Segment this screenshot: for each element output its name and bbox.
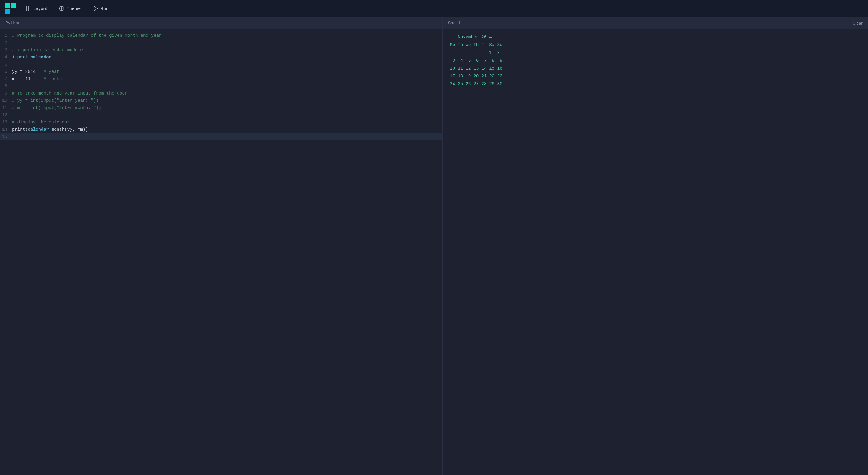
line-number-15: 15 bbox=[0, 133, 12, 140]
code-line-2: 2 bbox=[0, 39, 442, 46]
line-number-10: 10 bbox=[0, 97, 12, 104]
layout-button[interactable]: Layout bbox=[24, 4, 50, 12]
python-panel: Python 1 # Program to display calendar o… bbox=[0, 17, 443, 475]
run-label: Run bbox=[100, 6, 109, 11]
line-content-13: # display the calendar bbox=[12, 118, 442, 126]
theme-button[interactable]: Theme bbox=[57, 4, 83, 12]
layout-label: Layout bbox=[33, 6, 47, 11]
line-number-14: 14 bbox=[0, 126, 12, 133]
line-number-3: 3 bbox=[0, 46, 12, 54]
run-button[interactable]: Run bbox=[90, 4, 111, 12]
code-line-15: 15 bbox=[0, 133, 442, 140]
line-number-5: 5 bbox=[0, 61, 12, 68]
line-content-11: # mm = int(input("Enter month: ")) bbox=[12, 104, 442, 111]
shell-panel: Shell Clear November 2014 Mo Tu We Th Fr… bbox=[443, 17, 868, 475]
code-line-11: 11 # mm = int(input("Enter month: ")) bbox=[0, 104, 442, 111]
line-number-9: 9 bbox=[0, 90, 12, 97]
app-logo bbox=[5, 3, 16, 14]
panels: Python 1 # Program to display calendar o… bbox=[0, 17, 868, 475]
code-line-14: 14 print(calendar.month(yy, mm)) bbox=[0, 126, 442, 133]
code-line-6: 6 yy = 2014 # year bbox=[0, 68, 442, 75]
svg-marker-3 bbox=[94, 6, 98, 10]
line-content-9: # To take month and year input from the … bbox=[12, 90, 442, 97]
shell-panel-header: Shell Clear bbox=[443, 17, 868, 30]
python-panel-label: Python bbox=[5, 21, 21, 26]
line-content-14: print(calendar.month(yy, mm)) bbox=[12, 126, 442, 133]
shell-output: November 2014 Mo Tu We Th Fr Sa Su 1 2 3… bbox=[443, 30, 868, 475]
line-content-1: # Program to display calendar of the giv… bbox=[12, 32, 442, 39]
code-line-10: 10 # yy = int(input("Enter year: ")) bbox=[0, 97, 442, 104]
line-number-12: 12 bbox=[0, 111, 12, 118]
line-number-11: 11 bbox=[0, 104, 12, 111]
code-line-8: 8 bbox=[0, 82, 442, 90]
code-line-5: 5 bbox=[0, 61, 442, 68]
line-content-4: import calendar bbox=[12, 54, 442, 61]
toolbar: Layout Theme Run bbox=[0, 0, 868, 17]
line-content-3: # importing calendar module bbox=[12, 46, 442, 54]
theme-label: Theme bbox=[67, 6, 81, 11]
code-line-7: 7 mm = 11 # month bbox=[0, 75, 442, 82]
code-line-12: 12 bbox=[0, 111, 442, 118]
python-panel-header: Python bbox=[0, 17, 442, 30]
line-content-7: mm = 11 # month bbox=[12, 75, 442, 82]
code-line-13: 13 # display the calendar bbox=[0, 118, 442, 126]
svg-rect-1 bbox=[29, 6, 31, 11]
line-number-13: 13 bbox=[0, 118, 12, 126]
line-number-4: 4 bbox=[0, 54, 12, 61]
line-number-1: 1 bbox=[0, 32, 12, 39]
layout-icon bbox=[26, 6, 31, 11]
line-content-10: # yy = int(input("Enter year: ")) bbox=[12, 97, 442, 104]
clear-button[interactable]: Clear bbox=[852, 21, 863, 26]
svg-rect-0 bbox=[26, 6, 28, 11]
code-editor[interactable]: 1 # Program to display calendar of the g… bbox=[0, 30, 442, 475]
line-number-2: 2 bbox=[0, 39, 12, 46]
code-line-1: 1 # Program to display calendar of the g… bbox=[0, 32, 442, 39]
shell-panel-label: Shell bbox=[448, 21, 461, 26]
code-line-4: 4 import calendar bbox=[0, 54, 442, 61]
line-number-6: 6 bbox=[0, 68, 12, 75]
code-line-3: 3 # importing calendar module bbox=[0, 46, 442, 54]
line-number-8: 8 bbox=[0, 82, 12, 90]
line-content-6: yy = 2014 # year bbox=[12, 68, 442, 75]
calendar-output: November 2014 Mo Tu We Th Fr Sa Su 1 2 3… bbox=[450, 33, 861, 88]
run-icon bbox=[93, 6, 98, 11]
line-number-7: 7 bbox=[0, 75, 12, 82]
code-line-9: 9 # To take month and year input from th… bbox=[0, 90, 442, 97]
theme-icon bbox=[59, 6, 64, 11]
